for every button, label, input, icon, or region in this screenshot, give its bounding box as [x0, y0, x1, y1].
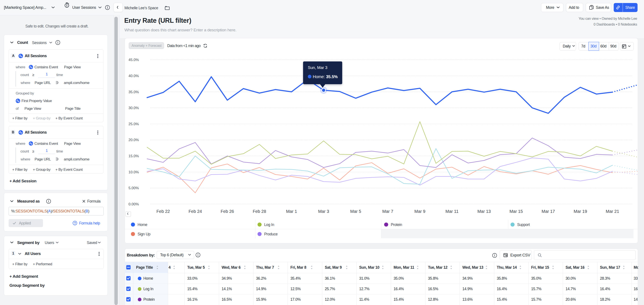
svg-text:35.0%: 35.0% — [128, 90, 139, 94]
svg-text:30.0%: 30.0% — [128, 106, 139, 110]
svg-text:Mar 21: Mar 21 — [606, 209, 619, 214]
svg-text:Mar 19: Mar 19 — [574, 209, 587, 214]
svg-text:10.0%: 10.0% — [128, 170, 139, 174]
svg-text:Mar 3: Mar 3 — [318, 209, 329, 214]
svg-text:Mar 15: Mar 15 — [510, 209, 523, 214]
svg-text:45.0%: 45.0% — [128, 58, 139, 62]
svg-text:Mar 9: Mar 9 — [414, 209, 426, 214]
svg-text:Mar 11: Mar 11 — [446, 209, 458, 214]
svg-text:Mar 7: Mar 7 — [382, 209, 393, 214]
svg-text:Feb 22: Feb 22 — [156, 209, 170, 214]
svg-text:Feb 24: Feb 24 — [188, 209, 202, 214]
svg-text:15.0%: 15.0% — [128, 154, 139, 158]
svg-text:0.00%: 0.00% — [128, 202, 139, 206]
svg-text:Mar 13: Mar 13 — [478, 209, 491, 214]
svg-text:Mar 5: Mar 5 — [350, 209, 361, 214]
svg-text:20.0%: 20.0% — [128, 138, 139, 142]
svg-text:40.0%: 40.0% — [128, 74, 139, 78]
svg-text:Mar 1: Mar 1 — [286, 209, 297, 214]
svg-text:25.0%: 25.0% — [128, 122, 139, 126]
svg-text:5.00%: 5.00% — [128, 186, 139, 190]
svg-text:Mar 17: Mar 17 — [542, 209, 555, 214]
svg-text:Feb 26: Feb 26 — [220, 209, 234, 214]
svg-text:Feb 28: Feb 28 — [253, 209, 266, 214]
